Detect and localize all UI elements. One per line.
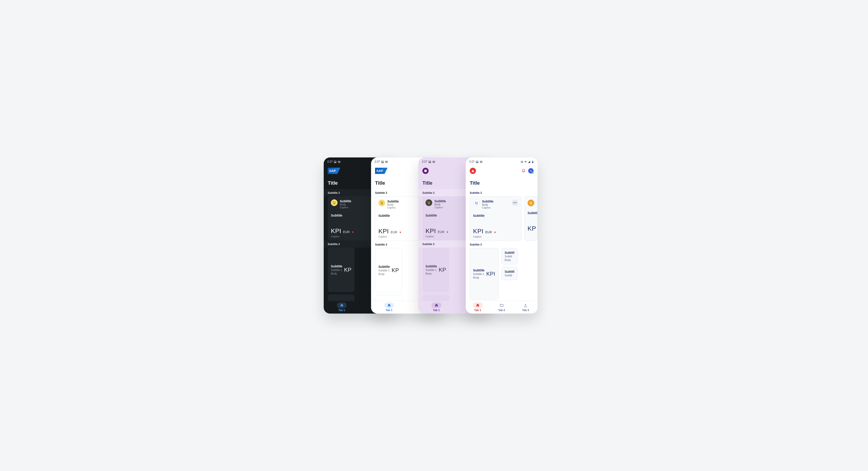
list-item[interactable]: Subtitle Subtitle 1 Body KP [375,295,402,301]
list-item[interactable]: Subtitle Subtitle 1 Body KPI [470,248,499,300]
kpi-card[interactable]: Subtitle Body Caption ••• Subtitle KPI E… [470,196,522,241]
trend-down-icon: ▼ [446,231,449,234]
status-time: 2:27 [375,160,380,163]
item-kpi: KPI [486,271,495,277]
cart-icon [473,200,480,206]
bell-icon[interactable] [522,169,526,173]
tab-1[interactable]: Tab 1 [466,302,490,312]
svg-rect-15 [476,161,478,163]
card-caption: Caption [388,206,399,209]
svg-point-6 [382,162,382,162]
window-icon [432,161,435,163]
item-body: Body [426,272,437,275]
card-caption: Caption [434,206,446,209]
tab-label: Tab 1 [474,309,481,312]
status-time: 2:27 [469,160,474,163]
more-button[interactable]: ••• [512,200,518,206]
item-subtitle1: Subtitle 1 [473,272,485,276]
folder-icon [500,303,504,307]
kpi-card-peek[interactable]: Subtitl KP [524,196,537,241]
tab-1[interactable]: Tab 1 [371,302,407,312]
window-icon [480,161,483,163]
svg-point-13 [428,204,429,204]
item-body: Body [473,276,485,279]
svg-point-3 [334,204,334,204]
sap-logo: SAP [375,168,388,174]
tab-label: Tab 1 [385,309,392,312]
item-kpi: KP [392,267,399,273]
status-time: 2:27 [422,160,427,163]
tab-label: Tab 2 [498,309,505,312]
item-subtitle: Subtitl [505,251,515,255]
item-subtitle1: Subtitl [505,274,515,277]
svg-point-9 [382,204,383,204]
svg-point-11 [429,162,430,162]
list-item[interactable]: Subtitle Subtitle 1 Body KP [328,294,354,301]
kpi-card[interactable]: Subtitle Body Caption Subtitle KPI EUR ▼… [375,196,420,241]
brand-logo-icon [423,168,429,174]
tab-1[interactable]: Tab 1 [418,302,454,312]
download-icon [524,303,528,307]
svg-point-23 [530,204,531,204]
svg-point-22 [477,204,477,204]
card-subtitle2: Subtitle [426,214,464,217]
card-subtitle: Subtitle [388,200,399,203]
card-caption: Caption [482,206,493,209]
cart-icon [331,199,338,206]
svg-point-4 [335,204,335,204]
card-subtitle: Subtitle [482,200,493,203]
list-item-peek[interactable]: Subtitl Subtitl Body [501,248,518,265]
image-icon [428,161,431,163]
item-subtitle: Subtitle [378,265,390,269]
svg-rect-5 [381,161,383,163]
battery-icon [531,161,534,163]
window-icon [385,161,388,163]
trend-down-icon: ▼ [399,231,402,234]
tab-label: Tab 1 [338,309,345,312]
list-item[interactable]: Subtitle Subtitle 1 Body KP [423,294,449,301]
item-kpi: KP [344,267,351,273]
brand-logo-icon [470,168,476,174]
svg-point-16 [477,162,477,162]
card-subtitle2: Subtitle [378,214,416,217]
card-body: Body [340,203,351,206]
home-icon [476,303,480,307]
svg-point-21 [476,204,476,204]
kpi-caption: Caption [378,235,416,238]
nav-bar: Tab 1 Tab 2 Tab 3 [466,301,537,313]
list-item-peek[interactable]: Subtitl Subtitl [501,267,518,280]
status-bar: 2:27 [466,158,537,165]
list-item[interactable]: Subtitle Subtitle 1 Body KP [423,247,449,292]
card-caption: Caption [340,206,351,209]
kpi-value: KPI [378,228,389,235]
trend-down-icon: ▼ [494,231,496,234]
kpi-currency: EUR [485,230,492,234]
trend-down-icon: ▼ [351,231,354,234]
tab-label: Tab 1 [433,309,440,312]
card-subtitle2: Subtitl [528,211,537,215]
kpi-card[interactable]: Subtitle Body Caption Subtitle KPI EUR ▼… [423,196,467,240]
item-body: Body [331,272,342,275]
signal-icon [528,161,530,163]
section-header: Subtitle 3 [466,241,537,248]
section-header: Subtitle 3 [466,189,537,196]
item-subtitle1: Subtitle 1 [378,269,390,272]
card-subtitle: Subtitle [434,199,446,203]
svg-point-18 [525,162,526,163]
svg-point-24 [531,204,532,204]
item-kpi: KP [439,267,446,273]
item-subtitle: Subtitle [331,265,342,268]
svg-rect-20 [532,162,533,163]
tab-2[interactable]: Tab 2 [490,302,514,312]
page-title: Title [470,180,533,186]
list-item[interactable]: Subtitle Subtitle 1 Body KP [328,247,354,292]
kpi-currency: EUR [391,230,397,234]
tab-3[interactable]: Tab 3 [514,302,537,312]
tab-1[interactable]: Tab 1 [324,302,360,312]
avatar[interactable]: A [528,168,533,173]
item-body: Body [378,272,390,276]
status-time: 2:27 [327,160,333,163]
vibrate-icon [521,161,523,163]
kpi-card[interactable]: Subtitle Body Caption Subtitle KPI EUR ▼… [328,196,372,240]
list-item[interactable]: Subtitle Subtitle 1 Body KP [375,248,402,293]
